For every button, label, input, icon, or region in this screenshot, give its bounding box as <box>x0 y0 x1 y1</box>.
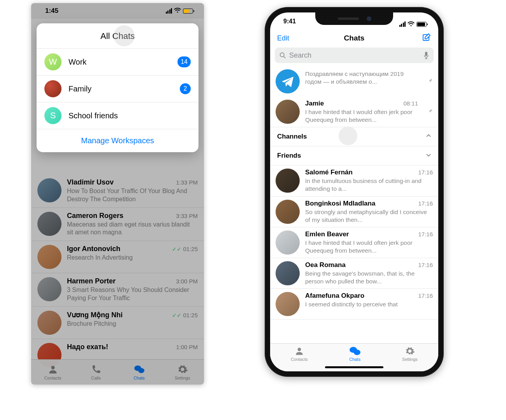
manage-workspaces-button[interactable]: Manage Workspaces <box>37 129 199 152</box>
chat-row[interactable]: Afamefuna Okparo17:16 I seemed distinctl… <box>270 289 438 320</box>
tab-label: Chats <box>349 357 360 362</box>
chat-name: Cameron Rogers <box>67 212 123 220</box>
tab-label: Chats <box>134 376 145 380</box>
chat-name: Harmen Porter <box>67 277 116 285</box>
avatar <box>276 200 300 224</box>
nav-bar: Edit Chats <box>270 30 438 47</box>
home-indicator[interactable] <box>325 366 383 368</box>
chat-name: Jamie <box>305 100 324 107</box>
workspace-avatar <box>44 80 61 97</box>
chat-time: 1:00 PM <box>176 344 198 350</box>
workspace-label: School friends <box>69 111 191 120</box>
right-phone-screen: 9:41 Edit Chats Search <box>270 12 438 371</box>
chat-preview: Поздравляем с наступающим 2019 годом — и… <box>305 70 418 86</box>
status-icons <box>166 8 193 14</box>
pin-icon <box>427 108 433 116</box>
unread-badge: 14 <box>177 56 191 67</box>
nav-title: Chats <box>344 34 365 42</box>
tab-label: Contacts <box>291 357 307 362</box>
battery-icon <box>183 9 193 14</box>
tab-settings[interactable]: Settings <box>161 360 204 385</box>
chat-row[interactable]: Bonginkosi Mdladlana17:16 So strongly an… <box>270 197 438 227</box>
avatar <box>276 169 300 193</box>
chat-preview: In the tumultuous business of cutting-in… <box>305 177 433 193</box>
tab-bar: Contacts Calls Chats Settings <box>31 359 204 385</box>
read-check-icon: ✓✓ <box>172 312 181 318</box>
avatar <box>276 69 300 93</box>
search-placeholder: Search <box>289 51 311 60</box>
compose-button[interactable] <box>422 33 431 44</box>
section-channels[interactable]: Channels <box>270 127 438 146</box>
left-phone-mockup: 1:45 Vladimir Usov 1:33 PM How To Boost … <box>31 3 204 385</box>
avatar <box>37 277 61 301</box>
chat-row[interactable]: Jamie08:11 I have hinted that I would of… <box>270 97 438 127</box>
chat-name: Надо ехать! <box>67 343 108 351</box>
chat-row[interactable]: Cameron Rogers 3:33 PM Maecenas sed diam… <box>31 208 204 241</box>
chat-preview: Brochure Pitching <box>67 320 198 328</box>
status-time: 1:45 <box>45 7 58 15</box>
dropdown-title-row[interactable]: All Chats <box>37 23 199 49</box>
chat-time: 17:16 <box>418 200 433 207</box>
chat-name: Emlen Beaver <box>305 230 349 238</box>
tab-label: Settings <box>402 357 418 362</box>
avatar <box>37 245 61 269</box>
wifi-icon <box>408 21 415 27</box>
pin-icon <box>427 77 433 85</box>
workspace-row[interactable]: W Work 14 <box>37 49 199 76</box>
section-title: Friends <box>277 152 301 160</box>
chat-preview: 3 Smart Reasons Why You Should Consider … <box>67 286 198 302</box>
chat-list[interactable]: Поздравляем с наступающим 2019 годом — и… <box>270 66 438 343</box>
chat-preview: I have hinted that I would often jerk po… <box>305 239 433 255</box>
battery-icon <box>416 22 427 27</box>
right-phone-frame: 9:41 Edit Chats Search <box>265 7 444 377</box>
chat-time: 17:16 <box>418 262 433 268</box>
avatar <box>37 311 61 335</box>
workspace-dropdown: All Chats W Work 14 Family 2 S School fr… <box>37 23 199 152</box>
wifi-icon <box>174 8 181 14</box>
chat-time: 3:00 PM <box>176 278 198 285</box>
chat-row[interactable]: Vladimir Usov 1:33 PM How To Boost Your … <box>31 174 204 208</box>
svg-point-0 <box>51 366 54 369</box>
tab-contacts[interactable]: Contacts <box>31 360 74 385</box>
workspace-avatar: S <box>44 107 61 124</box>
chat-row[interactable]: Vương Mộng Nhi ✓✓01:25 Brochure Pitching <box>31 307 204 339</box>
chat-row[interactable]: Harmen Porter 3:00 PM 3 Smart Reasons Wh… <box>31 273 204 307</box>
chat-name: Afamefuna Okparo <box>305 292 364 300</box>
chat-name: Igor Antonovich <box>67 245 120 253</box>
chat-time: 1:33 PM <box>176 179 198 186</box>
chat-row[interactable]: Igor Antonovich ✓✓01:25 Research In Adve… <box>31 241 204 273</box>
chat-row[interactable]: Oea Romana17:16 Being the savage's bowsm… <box>270 258 438 289</box>
workspace-row[interactable]: S School friends <box>37 102 199 129</box>
tab-contacts[interactable]: Contacts <box>291 346 307 371</box>
chat-time: 17:16 <box>418 292 433 299</box>
tab-chats[interactable]: Chats <box>118 360 161 385</box>
chevron-down-icon <box>426 152 431 159</box>
search-input[interactable]: Search <box>275 47 434 63</box>
tab-label: Contacts <box>44 376 61 380</box>
avatar <box>276 100 300 124</box>
tab-calls[interactable]: Calls <box>74 360 118 385</box>
tab-settings[interactable]: Settings <box>402 346 418 371</box>
chat-time: ✓✓01:25 <box>172 312 198 318</box>
mic-icon[interactable] <box>423 51 429 59</box>
workspace-row[interactable]: Family 2 <box>37 76 199 102</box>
tap-indicator <box>114 25 135 46</box>
chat-row[interactable]: Salomé Fernán17:16 In the tumultuous bus… <box>270 165 438 196</box>
device-notch <box>315 12 393 25</box>
edit-button[interactable]: Edit <box>277 34 289 42</box>
section-title: Channels <box>277 133 307 141</box>
chat-name: Salomé Fernán <box>305 169 353 176</box>
chat-preview: Being the savage's bowsman, that is, the… <box>305 270 433 285</box>
avatar <box>37 178 61 202</box>
chat-row[interactable]: Поздравляем с наступающим 2019 годом — и… <box>270 66 438 97</box>
svg-point-4 <box>280 53 284 56</box>
chat-preview: Research In Advertising <box>67 254 198 262</box>
chat-preview: I seemed distinctly to perceive that <box>305 301 433 308</box>
chat-time: 17:16 <box>418 231 433 237</box>
section-friends[interactable]: Friends <box>270 146 438 165</box>
svg-point-8 <box>354 350 360 355</box>
chat-row[interactable]: Emlen Beaver17:16 I have hinted that I w… <box>270 227 438 258</box>
search-icon <box>279 52 286 59</box>
chat-preview: So strongly and metaphysically did I con… <box>305 208 433 224</box>
chat-name: Vương Mộng Nhi <box>67 311 123 319</box>
